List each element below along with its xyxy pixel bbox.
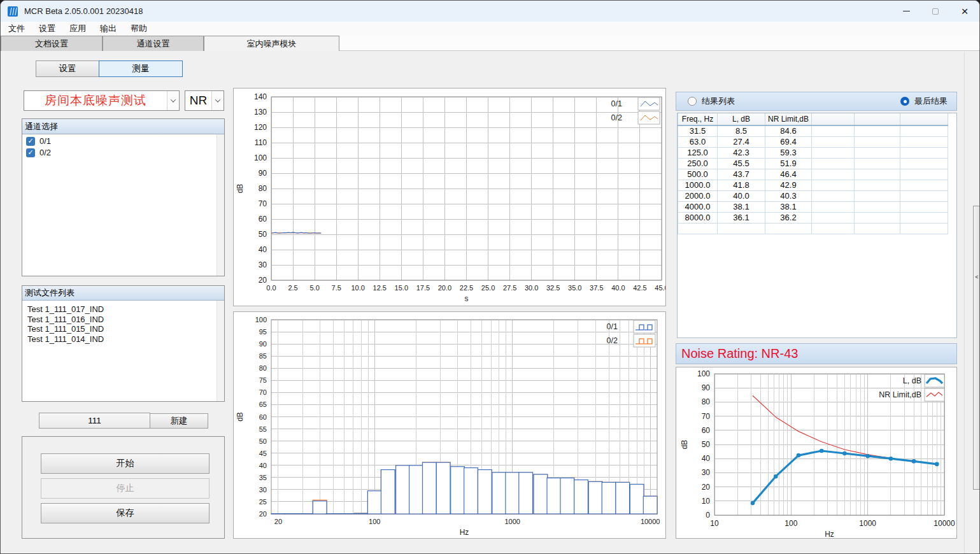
main-tabbar: 文档设置通道设置室内噪声模块 <box>1 36 979 51</box>
table-cell: 2000.0 <box>678 190 718 201</box>
minimize-button[interactable] <box>891 1 921 22</box>
chevron-down-icon <box>171 97 176 102</box>
svg-text:0/2: 0/2 <box>611 113 622 122</box>
table-cell: 125.0 <box>678 147 718 158</box>
table-cell <box>812 136 855 147</box>
svg-text:70: 70 <box>259 199 267 208</box>
svg-text:75: 75 <box>259 376 267 384</box>
checkbox-icon[interactable]: ✓ <box>26 137 35 146</box>
menu-item-help[interactable]: 帮助 <box>124 23 154 34</box>
menu-item-file[interactable]: 文件 <box>1 23 32 34</box>
last-result-radio-label: 最后结果 <box>914 96 948 107</box>
svg-text:110: 110 <box>255 138 267 147</box>
collapse-panel-handle[interactable]: < <box>973 206 980 490</box>
svg-text:60: 60 <box>702 426 711 435</box>
subtab-setup[interactable]: 设置 <box>36 60 99 77</box>
last-result-radio[interactable] <box>900 97 909 106</box>
table-cell: 45.5 <box>718 158 765 169</box>
channel-row-0-2[interactable]: ✓0/2 <box>22 146 224 157</box>
tab-document-settings[interactable]: 文档设置 <box>1 36 103 51</box>
svg-text:15.0: 15.0 <box>395 284 408 292</box>
table-row: 2000.040.040.3 <box>678 190 948 201</box>
app-icon <box>7 6 18 17</box>
test-file-group: 测试文件列表 Test 1_111_017_INDTest 1_111_016_… <box>22 285 225 402</box>
rating-select[interactable]: NR <box>185 90 224 111</box>
table-row: 4000.038.138.1 <box>678 201 948 212</box>
collapse-arrow-glyph: < <box>975 274 978 280</box>
nr-chart-panel: 010203040506070809010010100100010000dBHz… <box>676 367 957 539</box>
svg-text:0/1: 0/1 <box>611 99 622 108</box>
svg-text:10: 10 <box>702 497 711 506</box>
svg-text:30.0: 30.0 <box>525 284 538 292</box>
subtab-measure[interactable]: 测量 <box>99 60 183 77</box>
channel-list-scrollbar[interactable] <box>217 134 224 276</box>
stop-button[interactable]: 停止 <box>41 478 209 499</box>
test-type-select[interactable]: 房间本底噪声测试 <box>24 90 180 111</box>
result-list-radio[interactable] <box>688 97 697 106</box>
table-cell <box>812 201 855 212</box>
results-col-header: L, dB <box>718 113 765 125</box>
test-type-dropdown-button[interactable] <box>167 91 179 110</box>
svg-text:s: s <box>465 294 469 303</box>
svg-text:20.0: 20.0 <box>438 284 451 292</box>
table-cell <box>900 125 948 136</box>
noise-rating-text: Noise Rating: NR-43 <box>681 346 798 361</box>
table-cell <box>812 223 855 234</box>
svg-text:25: 25 <box>259 498 267 506</box>
new-file-button[interactable]: 新建 <box>150 413 208 429</box>
close-button[interactable]: × <box>950 1 979 22</box>
svg-text:20: 20 <box>274 518 282 525</box>
save-button-label: 保存 <box>117 508 134 519</box>
result-mode-bar: 结果列表 最后结果 <box>676 92 957 111</box>
close-icon: × <box>961 5 968 17</box>
svg-text:55: 55 <box>259 425 267 433</box>
file-list-scrollbar[interactable] <box>217 301 224 401</box>
stop-button-label: 停止 <box>117 483 134 494</box>
table-cell <box>812 212 855 223</box>
table-cell: 40.0 <box>718 190 765 201</box>
table-cell <box>900 180 948 190</box>
test-file-list: Test 1_111_017_INDTest 1_111_016_INDTest… <box>22 301 224 401</box>
menu-item-application[interactable]: 应用 <box>62 23 93 34</box>
tab-indoor-noise-module[interactable]: 室内噪声模块 <box>204 36 339 51</box>
file-name-input[interactable] <box>39 413 150 429</box>
table-cell <box>812 180 855 190</box>
table-cell: 51.9 <box>765 158 812 169</box>
menu-item-output[interactable]: 输出 <box>93 23 124 34</box>
channel-row-0-1[interactable]: ✓0/1 <box>22 134 224 146</box>
nr-rating-chart: 010203040506070809010010100100010000dBHz… <box>676 367 956 538</box>
checkbox-icon[interactable]: ✓ <box>26 148 35 157</box>
table-row: 1000.041.842.9 <box>678 180 948 190</box>
table-row: 8000.036.136.2 <box>678 212 948 223</box>
svg-text:100: 100 <box>255 316 267 323</box>
table-cell: 38.1 <box>765 201 812 212</box>
channel-selection-header: 通道选择 <box>22 119 224 134</box>
table-row: 31.58.584.6 <box>678 125 948 136</box>
svg-text:0.0: 0.0 <box>266 284 276 292</box>
file-list-item[interactable]: Test 1_111_014_IND <box>22 334 224 344</box>
save-button[interactable]: 保存 <box>41 503 209 523</box>
svg-text:60: 60 <box>259 215 267 224</box>
table-cell <box>900 136 948 147</box>
maximize-button[interactable] <box>921 1 950 22</box>
table-cell: 69.4 <box>765 136 812 147</box>
svg-text:Hz: Hz <box>460 528 469 537</box>
file-list-item[interactable]: Test 1_111_016_IND <box>22 315 224 325</box>
menu-item-settings[interactable]: 设置 <box>32 23 62 34</box>
start-button[interactable]: 开始 <box>41 453 209 474</box>
measure-control-box: 开始 停止 保存 <box>22 436 225 539</box>
new-file-button-label: 新建 <box>171 415 188 427</box>
svg-text:45.0: 45.0 <box>655 284 665 292</box>
window-title: MCR Beta 2.05.0.001 20230418 <box>24 6 143 16</box>
channel-list: ✓0/1✓0/2 <box>22 134 224 276</box>
table-cell <box>812 125 855 136</box>
channel-selection-group: 通道选择 ✓0/1✓0/2 <box>22 118 225 276</box>
table-cell: 8000.0 <box>678 212 718 223</box>
svg-text:50: 50 <box>702 440 711 449</box>
file-list-item[interactable]: Test 1_111_015_IND <box>22 324 224 334</box>
svg-text:140: 140 <box>254 92 267 101</box>
rating-dropdown-button[interactable] <box>211 91 224 110</box>
tab-channel-settings[interactable]: 通道设置 <box>103 36 204 51</box>
svg-text:30: 30 <box>259 260 267 269</box>
file-list-item[interactable]: Test 1_111_017_IND <box>22 304 224 315</box>
